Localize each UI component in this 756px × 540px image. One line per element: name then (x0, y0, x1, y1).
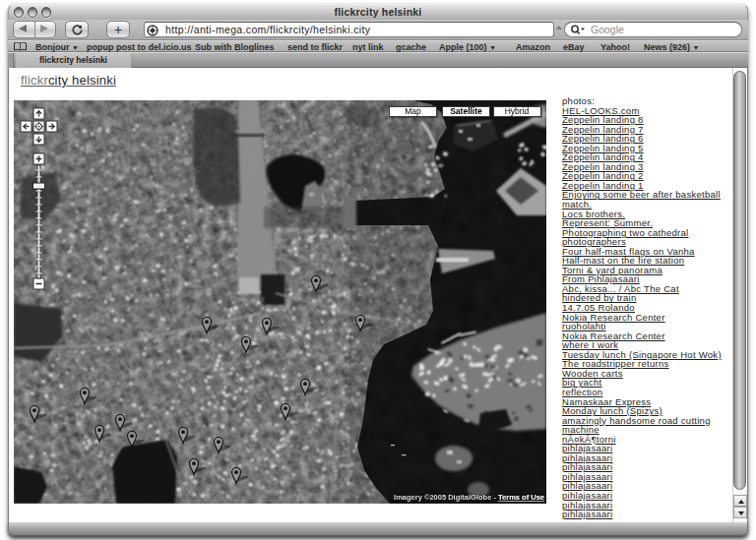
svg-text:Imagery ©2005 DigitalGlobe - T: Imagery ©2005 DigitalGlobe - Terms of Us… (394, 493, 544, 502)
